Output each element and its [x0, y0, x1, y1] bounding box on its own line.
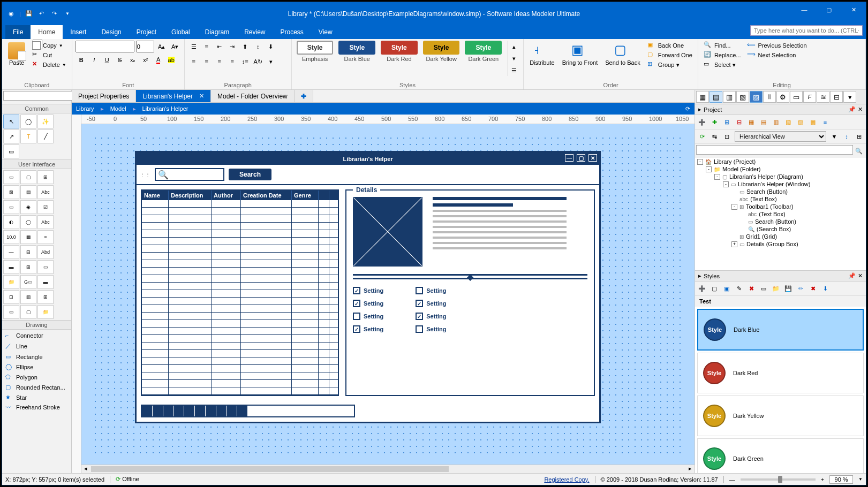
- ui-tool[interactable]: ⊞: [37, 170, 54, 184]
- drawing-tool[interactable]: 〰Freehand Stroke: [3, 402, 70, 412]
- ui-tool[interactable]: ▭: [3, 170, 19, 184]
- tree-item[interactable]: ▭Search (Button): [695, 188, 866, 195]
- zoom-slider[interactable]: [741, 478, 816, 481]
- tree-expander[interactable]: -: [714, 174, 720, 180]
- ui-tool[interactable]: ▤: [20, 185, 36, 199]
- panel-toolbar-button[interactable]: ≡: [820, 117, 831, 127]
- style-list-item[interactable]: StyleDark Red: [697, 353, 864, 393]
- redo-icon[interactable]: ↷: [50, 9, 59, 19]
- subscript-button[interactable]: x₂: [127, 54, 139, 66]
- back-one-button[interactable]: ▣Back One: [645, 41, 695, 50]
- tree-item[interactable]: -⊞Toolbar1 (Toolbar): [695, 203, 866, 210]
- ui-tool[interactable]: ⊡: [3, 290, 19, 304]
- drawing-tool[interactable]: ★Star: [3, 392, 70, 402]
- panel-toolbar-button[interactable]: ⊞: [721, 117, 732, 127]
- view-mode-icon[interactable]: ⫴: [763, 91, 776, 103]
- tree-item[interactable]: ⊞Grid1 (Grid): [695, 233, 866, 240]
- ui-tool[interactable]: ▭: [3, 200, 19, 214]
- mock-window[interactable]: Librarian's Helper —▢✕ ⋮⋮ 🔍 Search NameD: [135, 151, 601, 423]
- tool-lasso[interactable]: ◯: [20, 115, 36, 128]
- command-search[interactable]: [750, 25, 863, 36]
- line-spacing-button[interactable]: ↕≡: [239, 56, 251, 67]
- tool-text[interactable]: T: [20, 130, 36, 143]
- style-preset[interactable]: StyleEmphasis: [297, 41, 334, 62]
- tool-wand[interactable]: ✨: [37, 115, 54, 128]
- menu-home[interactable]: Home: [31, 25, 63, 39]
- menu-process[interactable]: Process: [273, 25, 311, 39]
- drawing-tool[interactable]: ◯Ellipse: [3, 362, 70, 372]
- group-button[interactable]: ⊞Group ▾: [645, 60, 695, 70]
- cut-button[interactable]: ✂Cut: [30, 50, 69, 60]
- menu-insert[interactable]: Insert: [63, 25, 94, 39]
- close-tab-icon[interactable]: ✕: [199, 93, 204, 100]
- tree-expander[interactable]: -: [723, 181, 729, 187]
- ui-tool[interactable]: ▢: [20, 170, 36, 184]
- ui-tool[interactable]: ◐: [3, 215, 19, 229]
- distribute-button[interactable]: ⫞Distribute: [527, 41, 557, 67]
- valign-bot-button[interactable]: ⬇: [265, 41, 277, 52]
- view-mode-select[interactable]: Hierarchical View: [735, 131, 826, 142]
- select-button[interactable]: ▭Select ▾: [701, 60, 743, 70]
- view-mode-icon[interactable]: ▭: [790, 91, 803, 103]
- outdent-button[interactable]: ⇤: [214, 41, 225, 52]
- toolbox-search[interactable]: [3, 91, 78, 101]
- panel-toolbar-button[interactable]: ▣: [721, 283, 732, 294]
- close-button[interactable]: ✕: [841, 2, 866, 17]
- shrink-font-icon[interactable]: A▾: [169, 41, 181, 52]
- breadcrumb-nav-icon[interactable]: ⟳: [685, 105, 690, 112]
- font-family-select[interactable]: [76, 41, 134, 52]
- tool-hand[interactable]: ↗: [3, 130, 19, 143]
- superscript-button[interactable]: x²: [140, 54, 152, 66]
- panel-toolbar-button[interactable]: ⬇: [820, 283, 831, 294]
- menu-review[interactable]: Review: [237, 25, 273, 39]
- panel-toolbar-button[interactable]: ▢: [709, 283, 720, 294]
- tree-item[interactable]: abc(Text Box): [695, 195, 866, 203]
- bullets-button[interactable]: ☰: [188, 41, 200, 52]
- tree-item[interactable]: 🔍(Search Box): [695, 225, 866, 233]
- panel-toolbar-button[interactable]: ✚: [709, 117, 720, 127]
- bold-button[interactable]: B: [76, 54, 87, 66]
- menu-view[interactable]: View: [311, 25, 340, 39]
- ui-tool[interactable]: ≡: [37, 230, 54, 244]
- ui-tool[interactable]: ▦: [20, 230, 36, 244]
- sort-icon[interactable]: ↕: [841, 131, 852, 142]
- view-mode-icon[interactable]: F: [803, 91, 816, 103]
- find-button[interactable]: 🔍Find...: [701, 41, 743, 50]
- panel-toolbar-button[interactable]: ▧: [783, 117, 794, 127]
- valign-top-button[interactable]: ⬆: [239, 41, 251, 52]
- view-mode-icon[interactable]: ≋: [817, 91, 829, 103]
- style-more[interactable]: ☰: [508, 64, 520, 76]
- panel-toolbar-button[interactable]: ✏: [795, 283, 806, 294]
- view-mode-icon[interactable]: ▦: [696, 91, 709, 103]
- tree-expander[interactable]: -: [731, 204, 737, 210]
- style-scroll-down[interactable]: ▾: [508, 52, 520, 64]
- view-mode-icon[interactable]: ▨: [750, 91, 763, 103]
- view-mode-icon[interactable]: ▥: [723, 91, 736, 103]
- menu-global[interactable]: Global: [164, 25, 198, 39]
- ui-tool[interactable]: ☑: [37, 200, 54, 214]
- pin-icon[interactable]: 📌: [848, 106, 856, 113]
- document-tab[interactable]: Model - Folder Overview: [211, 90, 295, 102]
- expand-icon[interactable]: ▸: [698, 272, 701, 279]
- tree-item[interactable]: -▭Librarian's Helper (Window): [695, 180, 866, 188]
- tree-item[interactable]: abc(Text Box): [695, 210, 866, 218]
- tool-pointer[interactable]: ↖: [3, 115, 19, 128]
- underline-button[interactable]: U: [101, 54, 113, 66]
- next-selection-button[interactable]: ⟹Next Selection: [745, 50, 809, 60]
- ui-tool[interactable]: ◯: [20, 215, 36, 229]
- maximize-button[interactable]: ▢: [817, 2, 841, 17]
- drawing-tool[interactable]: ▭Rectangle: [3, 352, 70, 362]
- panel-toolbar-button[interactable]: ▨: [795, 117, 806, 127]
- close-panel-icon[interactable]: ✕: [858, 272, 863, 279]
- panel-toolbar-button[interactable]: ▭: [758, 283, 769, 294]
- delete-button[interactable]: ✕Delete ▼: [30, 60, 69, 70]
- strike-button[interactable]: S: [114, 54, 126, 66]
- minimize-button[interactable]: —: [792, 2, 817, 17]
- ui-tool[interactable]: ⊠: [3, 185, 19, 199]
- search-icon[interactable]: 🔍: [853, 145, 865, 157]
- zoom-dropdown-icon[interactable]: ▼: [858, 477, 863, 482]
- valign-mid-button[interactable]: ↕: [252, 41, 264, 52]
- panel-toolbar-button[interactable]: 💾: [783, 283, 794, 294]
- align-right-button[interactable]: ≡: [214, 56, 225, 67]
- ui-tool[interactable]: ⊞: [37, 290, 54, 304]
